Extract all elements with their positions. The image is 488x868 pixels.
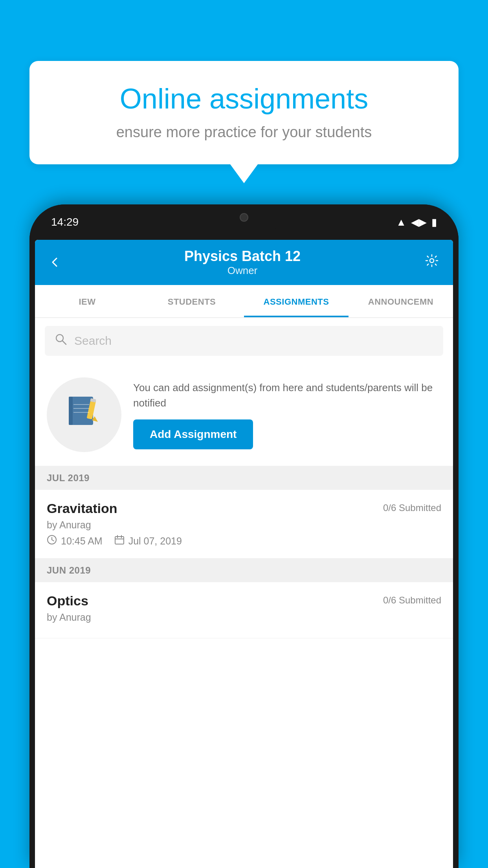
tabs-bar: IEW STUDENTS ASSIGNMENTS ANNOUNCEMN — [35, 285, 453, 318]
speech-bubble-container: Online assignments ensure more practice … — [29, 61, 459, 164]
wifi-icon: ▲ — [396, 216, 406, 228]
assignment-time: 10:45 AM — [47, 535, 103, 547]
svg-point-0 — [430, 259, 434, 263]
optics-assignment-name: Optics — [47, 593, 88, 609]
optics-assignment-by: by Anurag — [47, 612, 441, 623]
bubble-title: Online assignments — [55, 83, 433, 115]
header-batch-subtitle: Owner — [61, 265, 424, 277]
assignment-description: You can add assignment(s) from here and … — [133, 380, 441, 411]
assignment-submitted-count: 0/6 Submitted — [383, 502, 441, 513]
status-time: 14:29 — [51, 216, 79, 228]
search-placeholder-text: Search — [74, 334, 112, 348]
assignment-meta: 10:45 AM Jul 07, 2019 — [47, 535, 441, 547]
phone-frame: 14:29 ▲ ◀▶ ▮ Physics Batch 12 Owner — [29, 204, 459, 868]
content-area: Search — [35, 318, 453, 638]
search-bar[interactable]: Search — [45, 326, 443, 356]
svg-line-13 — [52, 540, 54, 541]
tab-assignments[interactable]: ASSIGNMENTS — [244, 285, 349, 317]
back-button[interactable] — [49, 253, 61, 272]
speech-bubble: Online assignments ensure more practice … — [29, 61, 459, 164]
clock-icon — [47, 535, 57, 547]
assignment-text-area: You can add assignment(s) from here and … — [133, 380, 441, 449]
bubble-subtitle: ensure more practice for your students — [55, 124, 433, 141]
app-screen: Physics Batch 12 Owner IEW STUDENTS ASSI… — [35, 240, 453, 868]
assignment-by: by Anurag — [47, 519, 441, 531]
phone-notch — [205, 204, 283, 230]
tab-announcements[interactable]: ANNOUNCEMN — [349, 285, 453, 317]
svg-rect-4 — [69, 397, 73, 425]
search-bar-container: Search — [35, 318, 453, 364]
notebook-icon — [66, 394, 102, 436]
svg-line-2 — [62, 341, 66, 344]
header-title-area: Physics Batch 12 Owner — [61, 248, 424, 277]
calendar-icon — [114, 535, 125, 547]
tab-iew[interactable]: IEW — [35, 285, 139, 317]
assignment-item-optics[interactable]: Optics 0/6 Submitted by Anurag — [35, 582, 453, 638]
assignment-icon-circle — [47, 377, 121, 452]
assignment-date: Jul 07, 2019 — [114, 535, 182, 547]
battery-icon: ▮ — [431, 216, 437, 228]
app-header: Physics Batch 12 Owner — [35, 240, 453, 285]
status-icons: ▲ ◀▶ ▮ — [396, 216, 437, 228]
signal-icon: ◀▶ — [411, 216, 427, 228]
assignment-item-header: Gravitation 0/6 Submitted — [47, 501, 441, 516]
jun-2019-header: JUN 2019 — [35, 559, 453, 582]
add-assignment-button[interactable]: Add Assignment — [133, 419, 253, 449]
tab-students[interactable]: STUDENTS — [139, 285, 244, 317]
assignment-item-gravitation[interactable]: Gravitation 0/6 Submitted by Anurag — [35, 490, 453, 559]
jul-2019-header: JUL 2019 — [35, 466, 453, 490]
camera-dot — [240, 213, 248, 222]
settings-button[interactable] — [424, 253, 439, 272]
svg-rect-14 — [115, 537, 124, 544]
date-value: Jul 07, 2019 — [128, 535, 182, 547]
header-batch-title: Physics Batch 12 — [61, 248, 424, 265]
assignment-item-optics-header: Optics 0/6 Submitted — [47, 593, 441, 609]
status-bar: 14:29 ▲ ◀▶ ▮ — [29, 204, 459, 240]
add-assignment-section: You can add assignment(s) from here and … — [35, 364, 453, 466]
optics-submitted-count: 0/6 Submitted — [383, 595, 441, 606]
assignment-name: Gravitation — [47, 501, 117, 516]
time-value: 10:45 AM — [61, 535, 103, 547]
search-icon — [55, 333, 67, 349]
